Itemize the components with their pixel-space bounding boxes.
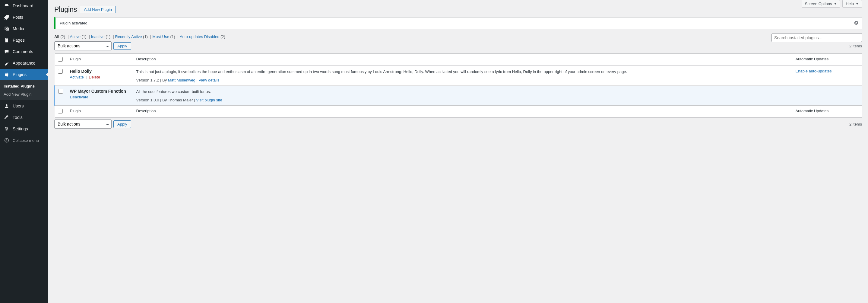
plugin-row: WP Mayor Custom FunctionDeactivateAll th… [55, 86, 862, 105]
submenu-item[interactable]: Add New Plugin [0, 90, 48, 98]
admin-sidebar: DashboardPostsMediaPagesCommentsAppearan… [0, 0, 48, 303]
sidebar-item-settings[interactable]: Settings [0, 123, 48, 134]
main-content: Screen Options ▼ Help ▼ Plugins Add New … [48, 0, 868, 303]
apply-bulk-button-bottom[interactable]: Apply [114, 120, 131, 128]
select-plugin-checkbox[interactable] [58, 89, 63, 94]
plugin-name: WP Mayor Custom Function [70, 89, 130, 94]
plugin-row: Hello DollyActivate | DeleteThis is not … [55, 66, 862, 86]
col-auto-header[interactable]: Automatic Updates [793, 54, 862, 66]
filter-link[interactable]: Inactive [91, 34, 105, 39]
appearance-icon [4, 60, 10, 66]
posts-icon [4, 14, 10, 20]
plugin-details-link[interactable]: View details [198, 78, 219, 82]
collapse-icon [4, 137, 10, 143]
plugin-name: Hello Dolly [70, 69, 130, 73]
svg-point-5 [5, 139, 9, 143]
sidebar-item-posts[interactable]: Posts [0, 11, 48, 23]
bulk-actions-select-bottom[interactable]: Bulk actions [54, 120, 112, 128]
select-all-bottom[interactable] [58, 109, 63, 114]
svg-point-1 [6, 104, 7, 106]
sidebar-item-media[interactable]: Media [0, 23, 48, 34]
sidebar-item-label: Settings [13, 126, 28, 131]
col-plugin-header[interactable]: Plugin [67, 54, 133, 66]
plugin-meta: Version 1.0.0 | By Thomas Maier | Visit … [136, 98, 789, 102]
select-plugin-checkbox[interactable] [58, 69, 63, 73]
sidebar-item-dashboard[interactable]: Dashboard [0, 0, 48, 11]
col-auto-footer[interactable]: Automatic Updates [793, 105, 862, 118]
plugin-author-link[interactable]: Matt Mullenweg [168, 78, 195, 82]
add-new-plugin-button[interactable]: Add New Plugin [80, 6, 116, 13]
svg-point-0 [6, 28, 7, 29]
sidebar-item-tools[interactable]: Tools [0, 112, 48, 123]
pages-icon [4, 37, 10, 43]
plugin-description: All the cool features we custom-built fo… [136, 89, 789, 95]
plugin-action-delete[interactable]: Delete [89, 75, 100, 79]
search-plugins-input[interactable] [772, 33, 862, 42]
sidebar-item-users[interactable]: Users [0, 100, 48, 112]
items-count-top: 2 items [849, 44, 862, 48]
svg-point-4 [6, 129, 7, 131]
plugin-action-deactivate[interactable]: Deactivate [70, 95, 88, 99]
plugins-icon [4, 71, 10, 78]
screen-options-button[interactable]: Screen Options ▼ [802, 0, 840, 7]
caret-down-icon: ▼ [834, 2, 837, 5]
select-all-top[interactable] [58, 57, 63, 62]
plugin-filters: All (2) | Active (1) | Inactive (1) | Re… [54, 34, 862, 39]
media-icon [4, 26, 10, 32]
help-label: Help [846, 1, 854, 6]
caret-down-icon: ▼ [856, 2, 859, 5]
screen-options-label: Screen Options [805, 1, 832, 6]
sidebar-item-label: Comments [13, 49, 33, 54]
sidebar-item-label: Users [13, 103, 24, 108]
collapse-label: Collapse menu [13, 138, 39, 143]
filter-current: All [54, 34, 59, 39]
col-description-header[interactable]: Description [133, 54, 793, 66]
filter-link[interactable]: Must-Use [152, 34, 169, 39]
sidebar-item-label: Tools [13, 115, 23, 120]
sidebar-item-plugins[interactable]: Plugins [0, 69, 48, 80]
submenu-item[interactable]: Installed Plugins [0, 82, 48, 90]
dismiss-notice-button[interactable] [854, 20, 859, 26]
sidebar-item-label: Pages [13, 38, 25, 42]
notice-activated: Plugin activated. [54, 17, 862, 29]
plugin-description: This is not just a plugin, it symbolizes… [136, 69, 789, 75]
filter-link[interactable]: Auto-updates Disabled [180, 34, 220, 39]
help-button[interactable]: Help ▼ [842, 0, 862, 7]
sidebar-item-label: Dashboard [13, 3, 33, 8]
users-icon [4, 103, 10, 109]
sidebar-item-label: Appearance [13, 61, 36, 65]
notice-text: Plugin activated. [60, 21, 88, 25]
col-plugin-footer[interactable]: Plugin [67, 105, 133, 118]
sidebar-item-appearance[interactable]: Appearance [0, 57, 48, 69]
close-icon [854, 20, 859, 25]
settings-icon [4, 126, 10, 132]
page-title: Plugins [54, 5, 77, 13]
plugin-details-link[interactable]: Visit plugin site [196, 98, 222, 102]
collapse-menu[interactable]: Collapse menu [0, 134, 48, 146]
dashboard-icon [4, 3, 10, 9]
plugin-action-activate[interactable]: Activate [70, 75, 84, 79]
svg-point-2 [5, 127, 7, 128]
apply-bulk-button-top[interactable]: Apply [114, 42, 131, 50]
svg-point-3 [7, 128, 8, 129]
enable-auto-updates-link[interactable]: Enable auto-updates [796, 69, 832, 73]
tools-icon [4, 114, 10, 120]
plugin-meta: Version 1.7.2 | By Matt Mullenweg | View… [136, 78, 789, 82]
sidebar-item-label: Media [13, 26, 24, 31]
sidebar-item-comments[interactable]: Comments [0, 46, 48, 57]
filter-link[interactable]: Recently Active [115, 34, 142, 39]
col-description-footer[interactable]: Description [133, 105, 793, 118]
items-count-bottom: 2 items [849, 122, 862, 126]
sidebar-item-pages[interactable]: Pages [0, 34, 48, 46]
sidebar-item-label: Plugins [13, 72, 27, 77]
sidebar-item-label: Posts [13, 15, 23, 20]
filter-link[interactable]: Active [70, 34, 81, 39]
plugins-table: Plugin Description Automatic Updates Hel… [54, 53, 862, 118]
bulk-actions-select[interactable]: Bulk actions [54, 41, 112, 51]
comments-icon [4, 49, 10, 55]
